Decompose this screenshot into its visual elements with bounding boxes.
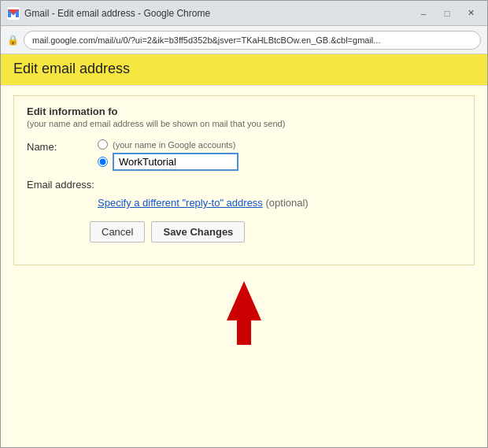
page-title: Edit email address [13,61,475,77]
lock-icon: 🔒 [7,35,19,46]
name-option-2-row [98,153,238,171]
maximize-button[interactable]: □ [437,5,457,22]
arrow-graphic [227,281,261,345]
button-row: Cancel Save Changes [90,221,461,243]
chrome-window: Gmail - Edit email address - Google Chro… [0,0,488,448]
favicon-icon [7,7,20,20]
page-content: Edit email address Edit information fo (… [1,54,487,447]
minimize-button[interactable]: – [413,5,434,22]
name-hint: (your name in Google accounts) [113,140,236,150]
name-option-1-row: (your name in Google accounts) [98,139,238,150]
save-changes-button[interactable]: Save Changes [151,221,245,243]
name-radio-1[interactable] [98,139,108,150]
address-bar: 🔒 [1,26,487,54]
form-subtitle: (your name and email address will be sho… [27,119,461,128]
reply-to-optional: (optional) [266,197,309,209]
arrow-head [227,281,261,320]
page-header: Edit email address [1,54,487,86]
email-label: Email address: [27,179,98,191]
window-controls: – □ ✕ [413,5,481,22]
name-input[interactable] [113,153,238,171]
name-row: Name: (your name in Google accounts) [27,139,461,171]
title-bar: Gmail - Edit email address - Google Chro… [1,1,487,26]
form-title: Edit information fo [27,106,461,117]
name-options: (your name in Google accounts) [98,139,238,171]
cancel-button[interactable]: Cancel [90,221,145,243]
window-title: Gmail - Edit email address - Google Chro… [24,8,413,19]
name-label: Name: [27,139,98,153]
form-container: Edit information fo (your name and email… [13,95,475,265]
address-input[interactable] [24,31,481,50]
email-row: Email address: [27,179,461,191]
arrow-indicator [1,281,487,345]
close-button[interactable]: ✕ [460,5,481,22]
reply-to-row: Specify a different "reply-to" address (… [98,197,461,209]
name-radio-2[interactable] [98,157,108,167]
arrow-stem [237,317,251,345]
reply-to-link[interactable]: Specify a different "reply-to" address [98,197,263,209]
